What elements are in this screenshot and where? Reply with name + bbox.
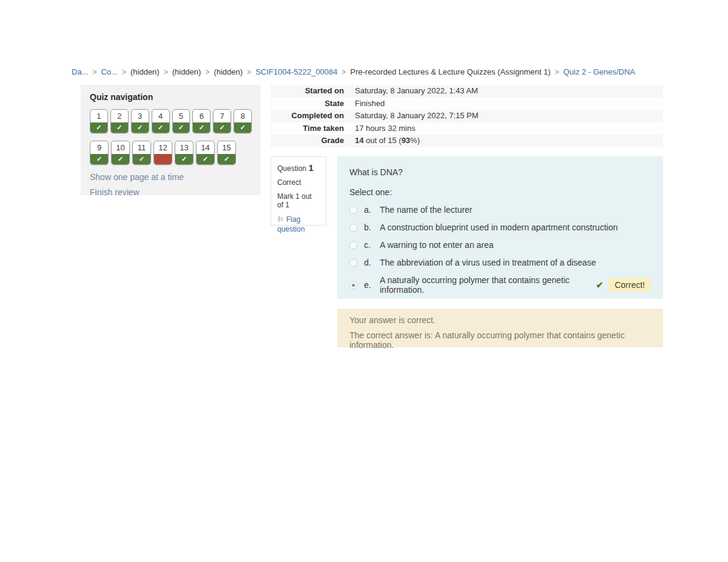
breadcrumb-item: (hidden) — [172, 67, 201, 76]
quiz-nav-button-6[interactable]: 6✓ — [192, 109, 211, 133]
option-letter: b. — [364, 222, 380, 232]
option-text: A warning to not enter an area — [380, 240, 494, 250]
finish-review-link[interactable]: Finish review — [90, 187, 140, 197]
breadcrumb-separator: > — [342, 68, 346, 76]
quiz-nav-button-12[interactable]: 12 — [153, 141, 172, 165]
question-number: 5 — [173, 110, 190, 122]
summary-label: State — [271, 98, 349, 110]
quiz-nav-button-1[interactable]: 1✓ — [90, 109, 108, 133]
option-text: The abbreviation of a virus used in trea… — [380, 258, 596, 267]
answer-option-a: a. The name of the lecturer — [349, 205, 651, 215]
summary-label: Grade — [271, 135, 349, 147]
question-info-box: Question 1 Correct Mark 1 out of 1 ⚐Flag… — [271, 156, 326, 226]
summary-row-completed-on: Completed on Saturday, 8 January 2022, 7… — [271, 110, 663, 122]
check-icon: ✓ — [234, 122, 251, 133]
option-text: The name of the lecturer — [380, 205, 473, 215]
check-icon: ✓ — [197, 154, 214, 164]
check-icon: ✓ — [90, 154, 108, 164]
summary-row-state: State Finished — [271, 98, 663, 110]
question-number: 8 — [234, 110, 251, 122]
show-one-page-link[interactable]: Show one page at a time — [90, 172, 184, 182]
quiz-nav-button-14[interactable]: 14✓ — [196, 141, 215, 165]
radio-button-selected[interactable] — [349, 281, 357, 289]
breadcrumb: Da... > Co... > (hidden) > (hidden) > (h… — [72, 67, 635, 76]
summary-label: Time taken — [271, 122, 349, 135]
question-number: 4 — [152, 110, 169, 122]
question-number: 3 — [132, 110, 149, 122]
quiz-navigation-title: Quiz navigation — [90, 92, 252, 102]
quiz-nav-button-9[interactable]: 9✓ — [90, 141, 109, 165]
check-icon: ✓ — [173, 122, 190, 133]
check-icon: ✓ — [218, 154, 235, 164]
radio-button[interactable] — [349, 259, 357, 267]
correct-badge: Correct! — [608, 278, 651, 292]
check-icon: ✓ — [133, 154, 150, 164]
question-text: What is DNA? — [349, 167, 651, 177]
breadcrumb-item: (hidden) — [130, 67, 160, 76]
flag-icon: ⚐ — [277, 215, 284, 224]
question-state: Correct — [277, 178, 320, 187]
grade-percent: 93 — [402, 136, 410, 145]
grade-score: 14 — [355, 136, 363, 145]
option-letter: a. — [364, 205, 380, 215]
breadcrumb-separator: > — [164, 68, 168, 76]
question-number: 6 — [193, 110, 210, 122]
answer-option-c: c. A warning to not enter an area — [349, 240, 651, 250]
quiz-nav-button-2[interactable]: 2✓ — [110, 109, 129, 133]
answer-option-e: e. A naturally occurring polymer that co… — [349, 275, 651, 295]
quiz-navigation-panel: Quiz navigation 1✓ 2✓ 3✓ 4✓ 5✓ 6✓ 7✓ 8✓ … — [81, 85, 261, 195]
breadcrumb-item-course[interactable]: SCIF1004-5222_00084 — [255, 67, 337, 76]
answer-option-d: d. The abbreviation of a virus used in t… — [349, 258, 651, 267]
question-number: 7 — [214, 110, 231, 122]
option-letter: d. — [364, 258, 380, 267]
quiz-nav-button-5[interactable]: 5✓ — [172, 109, 190, 133]
question-number: 2 — [111, 110, 128, 122]
quiz-nav-row-1: 1✓ 2✓ 3✓ 4✓ 5✓ 6✓ 7✓ 8✓ — [90, 109, 252, 133]
breadcrumb-item-section: Pre-recorded Lectures & Lecture Quizzes … — [350, 67, 550, 76]
quiz-nav-button-15[interactable]: 15✓ — [217, 141, 236, 165]
radio-button[interactable] — [349, 241, 357, 249]
flag-question-link[interactable]: ⚐Flag question — [277, 215, 320, 234]
breadcrumb-separator: > — [92, 68, 96, 76]
check-icon: ✓ — [112, 154, 129, 164]
breadcrumb-item[interactable]: Da... — [72, 67, 88, 76]
quiz-nav-button-8[interactable]: 8✓ — [234, 109, 252, 133]
radio-button[interactable] — [349, 206, 357, 214]
answer-option-b: b. A construction blueprint used in mode… — [349, 222, 651, 232]
breadcrumb-separator: > — [247, 68, 251, 76]
option-letter: c. — [364, 240, 380, 250]
quiz-nav-button-4[interactable]: 4✓ — [152, 109, 170, 133]
question-number: 1 — [90, 110, 107, 122]
check-icon: ✓ — [111, 122, 128, 133]
grade-value: 14 out of 15 (93%) — [349, 135, 420, 147]
summary-value: Finished — [349, 98, 385, 110]
question-info-header: Question 1 — [277, 162, 320, 173]
breadcrumb-item[interactable]: Co... — [101, 67, 117, 76]
quiz-nav-button-10[interactable]: 10✓ — [111, 141, 130, 165]
question-mark: Mark 1 out of 1 — [277, 192, 320, 209]
breadcrumb-separator: > — [555, 68, 559, 76]
correct-check-icon: ✔ — [596, 280, 603, 290]
question-number: 10 — [112, 141, 129, 154]
quiz-nav-button-13[interactable]: 13✓ — [175, 141, 194, 165]
check-icon: ✓ — [193, 122, 210, 133]
option-text: A construction blueprint used in modern … — [380, 222, 618, 232]
question-number: 9 — [90, 141, 108, 154]
question-number: 13 — [175, 141, 193, 154]
summary-label: Started on — [271, 85, 349, 98]
summary-value: Saturday, 8 January 2022, 1:43 AM — [349, 85, 478, 98]
breadcrumb-item-quiz[interactable]: Quiz 2 - Genes/DNA — [564, 67, 636, 76]
question-number: 12 — [154, 141, 172, 154]
check-icon: ✓ — [132, 122, 149, 133]
quiz-nav-button-3[interactable]: 3✓ — [131, 109, 149, 133]
quiz-nav-button-11[interactable]: 11✓ — [132, 141, 151, 165]
attempt-summary-table: Started on Saturday, 8 January 2022, 1:4… — [271, 85, 663, 147]
quiz-nav-button-7[interactable]: 7✓ — [213, 109, 231, 133]
radio-button[interactable] — [349, 224, 357, 232]
breadcrumb-separator: > — [205, 68, 209, 76]
option-letter: e. — [364, 280, 380, 290]
question-content: What is DNA? Select one: a. The name of … — [337, 156, 663, 299]
feedback-correct-answer: The correct answer is: A naturally occur… — [349, 330, 651, 350]
feedback-result: Your answer is correct. — [349, 315, 651, 325]
check-icon: ✓ — [175, 154, 193, 164]
